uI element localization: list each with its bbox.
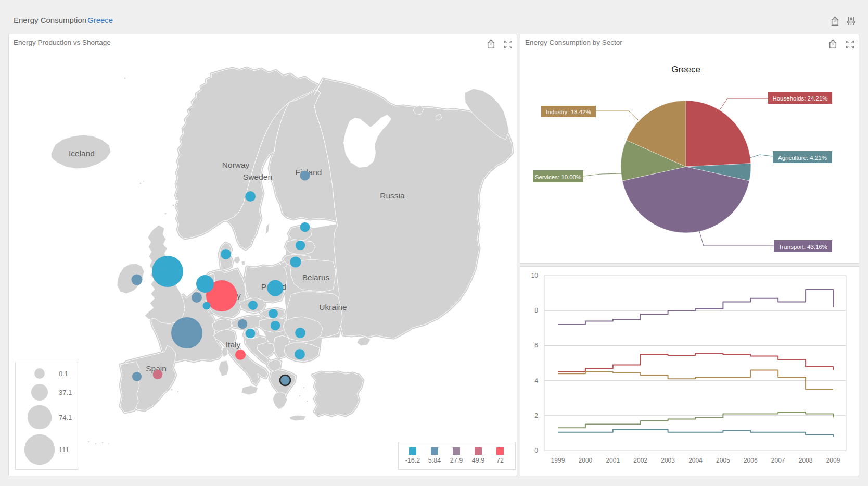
- bubble-romania[interactable]: [295, 328, 305, 338]
- bubble-luxembourg[interactable]: [203, 302, 211, 310]
- svg-text:0.1: 0.1: [59, 370, 68, 378]
- series-industry[interactable]: [558, 370, 833, 389]
- pie-label-connector: [720, 98, 768, 110]
- bubble-latvia[interactable]: [296, 241, 305, 251]
- x-tick-label: 2009: [826, 457, 840, 464]
- pie-title: Greece: [671, 65, 700, 74]
- x-tick-label: 2001: [606, 457, 620, 464]
- bubble-belgium[interactable]: [192, 292, 202, 303]
- pie-label-connector: [595, 111, 639, 121]
- x-tick-label: 2000: [579, 457, 593, 464]
- series-households[interactable]: [558, 354, 833, 372]
- pie-label-connector: [583, 173, 622, 176]
- bubble-united-kingdom[interactable]: [152, 256, 183, 287]
- svg-text:111: 111: [59, 446, 69, 454]
- y-tick-label: 4: [534, 377, 538, 384]
- island-balearic-2: [177, 391, 178, 392]
- x-tick-label: 2003: [661, 457, 675, 464]
- map-label-sweden: Sweden: [243, 172, 272, 181]
- pie-label-agriculture: Agriculture: 4.21%: [778, 155, 827, 161]
- map-label-italy: Italy: [226, 340, 241, 349]
- island-atl-4: [108, 443, 109, 444]
- pie-label-households: Households: 24.21%: [772, 95, 827, 102]
- bubble-color-legend: -16.25.8427.949.972: [398, 442, 516, 470]
- island-janmayen: [124, 77, 126, 79]
- step-line-chart[interactable]: 0246810199920002001200220032004200520062…: [520, 267, 859, 476]
- island-atl-1: [87, 441, 89, 442]
- color-legend-item: -16.2: [402, 447, 424, 469]
- island-shetland-2: [175, 200, 177, 202]
- bubble-poland[interactable]: [267, 280, 284, 296]
- y-tick-label: 2: [534, 412, 538, 419]
- pie-slice-households[interactable]: [686, 101, 751, 167]
- bubble-spain[interactable]: [153, 370, 163, 380]
- map-label-belarus: Belarus: [302, 273, 330, 282]
- pie-label-industry: Industry: 18.42%: [546, 109, 591, 115]
- color-legend-item: 72: [489, 447, 511, 469]
- map-label-russia: Russia: [380, 191, 405, 200]
- export-icon[interactable]: [831, 16, 839, 26]
- pie-label-connector: [699, 230, 774, 246]
- bubble-czech-republic[interactable]: [248, 301, 258, 310]
- bubble-slovenia[interactable]: [246, 329, 256, 339]
- filter-greece-link[interactable]: Greece: [87, 16, 113, 24]
- bubble-sweden[interactable]: [245, 191, 256, 202]
- bubble-denmark[interactable]: [221, 249, 231, 259]
- x-tick-label: 2006: [744, 457, 758, 464]
- x-tick-label: 2008: [799, 457, 813, 464]
- island-atl-3: [101, 442, 103, 443]
- island-sicily[interactable]: [241, 385, 258, 395]
- bubble-finland[interactable]: [300, 171, 310, 181]
- bubble-greece[interactable]: [280, 375, 290, 385]
- pie-chart[interactable]: GreeceHouseholds: 24.21%Agriculture: 4.2…: [520, 34, 859, 263]
- x-tick-label: 2004: [688, 457, 703, 464]
- series-services[interactable]: [558, 412, 833, 428]
- bubble-portugal[interactable]: [132, 372, 142, 381]
- bubble-size-legend: 0.137.174.1111: [15, 362, 78, 470]
- island-aegean-3: [306, 400, 308, 402]
- x-tick-label: 1999: [551, 457, 565, 464]
- y-tick-label: 10: [531, 272, 539, 279]
- map-label-iceland: Iceland: [69, 149, 95, 158]
- island-sardinia[interactable]: [219, 360, 229, 376]
- y-tick-label: 0: [534, 447, 538, 454]
- bubble-slovakia[interactable]: [269, 309, 278, 318]
- svg-text:37.1: 37.1: [59, 389, 72, 396]
- parameters-icon[interactable]: [847, 17, 855, 25]
- svg-text:74.1: 74.1: [59, 414, 72, 421]
- island-crete[interactable]: [289, 415, 306, 421]
- bubble-france[interactable]: [171, 317, 202, 348]
- island-atl-2: [95, 443, 96, 444]
- bubble-ireland[interactable]: [132, 275, 143, 285]
- y-tick-label: 6: [534, 342, 538, 349]
- bubble-italy[interactable]: [235, 350, 246, 360]
- map-label-norway: Norway: [222, 160, 250, 169]
- bubble-netherlands[interactable]: [196, 275, 214, 293]
- pie-label-transport: Transport: 43.16%: [778, 244, 827, 250]
- island-aegean-1: [299, 395, 300, 396]
- pie-label-connector: [750, 155, 773, 158]
- page-title: Energy Consumption: [14, 16, 86, 24]
- island-balearic-1: [171, 389, 173, 391]
- europe-map[interactable]: IcelandNorwaySwedenFinlandRussiaBelarusU…: [9, 34, 517, 476]
- map-label-ukraine: Ukraine: [319, 303, 347, 311]
- island-faroe-2: [143, 181, 145, 182]
- country-denmark-isles[interactable]: [234, 256, 245, 265]
- country-greece-peloponnese[interactable]: [273, 392, 287, 409]
- line-chart-panel: 0246810199920002001200220032004200520062…: [520, 266, 859, 476]
- color-legend-item: 49.9: [467, 447, 489, 469]
- color-legend-item: 5.84: [424, 447, 445, 469]
- series-agriculture[interactable]: [558, 430, 833, 437]
- pie-panel: Energy Consumption by Sector GreeceHouse…: [520, 34, 859, 264]
- bubble-lithuania[interactable]: [290, 257, 301, 268]
- island-faroe-1: [139, 182, 142, 184]
- color-legend-item: 27.9: [445, 447, 467, 469]
- island-gotland[interactable]: [265, 223, 270, 235]
- bubble-austria[interactable]: [238, 319, 248, 329]
- series-transport[interactable]: [558, 290, 833, 325]
- bubble-hungary[interactable]: [271, 321, 280, 331]
- bubble-bulgaria[interactable]: [295, 349, 305, 359]
- country-portugal[interactable]: [120, 362, 139, 413]
- bubble-estonia[interactable]: [300, 222, 310, 232]
- x-tick-label: 2007: [771, 457, 785, 464]
